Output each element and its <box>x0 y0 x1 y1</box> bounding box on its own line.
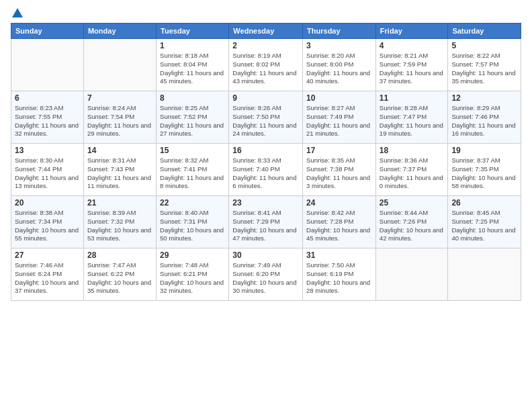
day-number: 3 <box>306 41 372 50</box>
calendar-week-row: 20Sunrise: 8:38 AM Sunset: 7:34 PM Dayli… <box>11 196 521 248</box>
calendar-cell: 20Sunrise: 8:38 AM Sunset: 7:34 PM Dayli… <box>11 196 84 248</box>
day-number: 19 <box>451 146 517 155</box>
day-number: 24 <box>306 198 372 208</box>
day-number: 20 <box>15 198 80 208</box>
calendar-cell: 7Sunrise: 8:24 AM Sunset: 7:54 PM Daylig… <box>83 91 156 144</box>
header <box>11 8 521 17</box>
day-info: Sunrise: 8:33 AM Sunset: 7:40 PM Dayligh… <box>232 156 299 191</box>
day-number: 12 <box>451 93 517 103</box>
day-info: Sunrise: 8:27 AM Sunset: 7:49 PM Dayligh… <box>306 104 372 138</box>
calendar-cell: 19Sunrise: 8:37 AM Sunset: 7:35 PM Dayli… <box>448 144 521 196</box>
calendar-cell: 23Sunrise: 8:41 AM Sunset: 7:29 PM Dayli… <box>229 196 303 248</box>
day-number: 13 <box>15 146 80 155</box>
day-number: 25 <box>380 198 445 208</box>
col-saturday: Saturday <box>448 24 521 39</box>
calendar-cell: 17Sunrise: 8:35 AM Sunset: 7:38 PM Dayli… <box>303 144 376 196</box>
calendar-cell: 26Sunrise: 8:45 AM Sunset: 7:25 PM Dayli… <box>448 196 521 248</box>
day-number: 9 <box>232 93 299 103</box>
day-info: Sunrise: 8:35 AM Sunset: 7:38 PM Dayligh… <box>306 156 372 191</box>
day-number: 14 <box>87 146 152 155</box>
day-info: Sunrise: 8:41 AM Sunset: 7:29 PM Dayligh… <box>232 209 299 243</box>
calendar-week-row: 1Sunrise: 8:18 AM Sunset: 8:04 PM Daylig… <box>11 39 521 91</box>
day-number: 6 <box>15 93 80 103</box>
day-number: 29 <box>160 250 225 260</box>
day-number: 22 <box>160 198 225 208</box>
calendar-cell: 12Sunrise: 8:29 AM Sunset: 7:46 PM Dayli… <box>448 91 521 144</box>
calendar-week-row: 13Sunrise: 8:30 AM Sunset: 7:44 PM Dayli… <box>11 144 521 196</box>
calendar-cell: 25Sunrise: 8:44 AM Sunset: 7:26 PM Dayli… <box>375 196 448 248</box>
day-info: Sunrise: 7:49 AM Sunset: 6:20 PM Dayligh… <box>232 261 299 295</box>
col-monday: Monday <box>83 24 156 39</box>
day-info: Sunrise: 8:25 AM Sunset: 7:52 PM Dayligh… <box>160 104 225 138</box>
calendar-cell: 16Sunrise: 8:33 AM Sunset: 7:40 PM Dayli… <box>229 144 303 196</box>
day-info: Sunrise: 8:38 AM Sunset: 7:34 PM Dayligh… <box>15 209 80 243</box>
day-number: 11 <box>380 93 445 103</box>
day-number: 10 <box>306 93 372 103</box>
day-info: Sunrise: 8:36 AM Sunset: 7:37 PM Dayligh… <box>380 156 445 191</box>
day-info: Sunrise: 8:26 AM Sunset: 7:50 PM Dayligh… <box>232 104 299 138</box>
day-number: 5 <box>451 41 517 50</box>
day-info: Sunrise: 8:30 AM Sunset: 7:44 PM Dayligh… <box>15 156 80 191</box>
logo-triangle-icon <box>12 8 23 17</box>
calendar-cell: 8Sunrise: 8:25 AM Sunset: 7:52 PM Daylig… <box>157 91 229 144</box>
day-info: Sunrise: 8:37 AM Sunset: 7:35 PM Dayligh… <box>451 156 517 191</box>
day-info: Sunrise: 8:42 AM Sunset: 7:28 PM Dayligh… <box>306 209 372 243</box>
calendar-cell: 6Sunrise: 8:23 AM Sunset: 7:55 PM Daylig… <box>11 91 84 144</box>
calendar-cell: 14Sunrise: 8:31 AM Sunset: 7:43 PM Dayli… <box>83 144 156 196</box>
calendar-cell <box>375 248 448 301</box>
calendar-cell: 11Sunrise: 8:28 AM Sunset: 7:47 PM Dayli… <box>375 91 448 144</box>
day-info: Sunrise: 8:32 AM Sunset: 7:41 PM Dayligh… <box>160 156 225 191</box>
day-info: Sunrise: 8:39 AM Sunset: 7:32 PM Dayligh… <box>87 209 152 243</box>
day-info: Sunrise: 8:21 AM Sunset: 7:59 PM Dayligh… <box>380 52 445 86</box>
day-number: 2 <box>232 41 299 50</box>
calendar-cell: 24Sunrise: 8:42 AM Sunset: 7:28 PM Dayli… <box>303 196 376 248</box>
calendar-cell: 29Sunrise: 7:48 AM Sunset: 6:21 PM Dayli… <box>157 248 229 301</box>
day-number: 16 <box>232 146 299 155</box>
day-info: Sunrise: 7:47 AM Sunset: 6:22 PM Dayligh… <box>87 261 152 295</box>
calendar-body: 1Sunrise: 8:18 AM Sunset: 8:04 PM Daylig… <box>11 39 521 301</box>
day-info: Sunrise: 8:28 AM Sunset: 7:47 PM Dayligh… <box>380 104 445 138</box>
day-number: 17 <box>306 146 372 155</box>
calendar-cell: 10Sunrise: 8:27 AM Sunset: 7:49 PM Dayli… <box>303 91 376 144</box>
day-number: 21 <box>87 198 152 208</box>
day-info: Sunrise: 8:22 AM Sunset: 7:57 PM Dayligh… <box>451 52 517 86</box>
day-number: 28 <box>87 250 152 260</box>
day-info: Sunrise: 8:19 AM Sunset: 8:02 PM Dayligh… <box>232 52 299 86</box>
calendar-cell: 22Sunrise: 8:40 AM Sunset: 7:31 PM Dayli… <box>157 196 229 248</box>
day-number: 18 <box>380 146 445 155</box>
day-info: Sunrise: 7:46 AM Sunset: 6:24 PM Dayligh… <box>15 261 80 295</box>
calendar-cell: 21Sunrise: 8:39 AM Sunset: 7:32 PM Dayli… <box>83 196 156 248</box>
calendar-cell: 5Sunrise: 8:22 AM Sunset: 7:57 PM Daylig… <box>448 39 521 91</box>
logo-line1 <box>11 8 23 17</box>
calendar-header: Sunday Monday Tuesday Wednesday Thursday… <box>11 24 521 39</box>
calendar-cell: 15Sunrise: 8:32 AM Sunset: 7:41 PM Dayli… <box>157 144 229 196</box>
day-number: 23 <box>232 198 299 208</box>
col-tuesday: Tuesday <box>157 24 229 39</box>
day-number: 27 <box>15 250 80 260</box>
calendar-cell: 13Sunrise: 8:30 AM Sunset: 7:44 PM Dayli… <box>11 144 84 196</box>
day-info: Sunrise: 8:44 AM Sunset: 7:26 PM Dayligh… <box>380 209 445 243</box>
calendar-week-row: 27Sunrise: 7:46 AM Sunset: 6:24 PM Dayli… <box>11 248 521 301</box>
day-info: Sunrise: 8:24 AM Sunset: 7:54 PM Dayligh… <box>87 104 152 138</box>
page: Sunday Monday Tuesday Wednesday Thursday… <box>0 0 532 411</box>
calendar-cell <box>83 39 156 91</box>
col-sunday: Sunday <box>11 24 84 39</box>
col-friday: Friday <box>375 24 448 39</box>
day-info: Sunrise: 8:40 AM Sunset: 7:31 PM Dayligh… <box>160 209 225 243</box>
calendar-table: Sunday Monday Tuesday Wednesday Thursday… <box>11 23 521 301</box>
logo <box>11 8 23 17</box>
day-number: 4 <box>380 41 445 50</box>
calendar-cell: 27Sunrise: 7:46 AM Sunset: 6:24 PM Dayli… <box>11 248 84 301</box>
day-info: Sunrise: 8:20 AM Sunset: 8:00 PM Dayligh… <box>306 52 372 86</box>
calendar-cell: 30Sunrise: 7:49 AM Sunset: 6:20 PM Dayli… <box>229 248 303 301</box>
day-number: 15 <box>160 146 225 155</box>
calendar-cell: 18Sunrise: 8:36 AM Sunset: 7:37 PM Dayli… <box>375 144 448 196</box>
day-number: 26 <box>451 198 517 208</box>
day-number: 8 <box>160 93 225 103</box>
calendar-cell: 4Sunrise: 8:21 AM Sunset: 7:59 PM Daylig… <box>375 39 448 91</box>
calendar-cell: 1Sunrise: 8:18 AM Sunset: 8:04 PM Daylig… <box>157 39 229 91</box>
day-info: Sunrise: 8:29 AM Sunset: 7:46 PM Dayligh… <box>451 104 517 138</box>
day-info: Sunrise: 8:23 AM Sunset: 7:55 PM Dayligh… <box>15 104 80 138</box>
calendar-cell: 2Sunrise: 8:19 AM Sunset: 8:02 PM Daylig… <box>229 39 303 91</box>
calendar-week-row: 6Sunrise: 8:23 AM Sunset: 7:55 PM Daylig… <box>11 91 521 144</box>
